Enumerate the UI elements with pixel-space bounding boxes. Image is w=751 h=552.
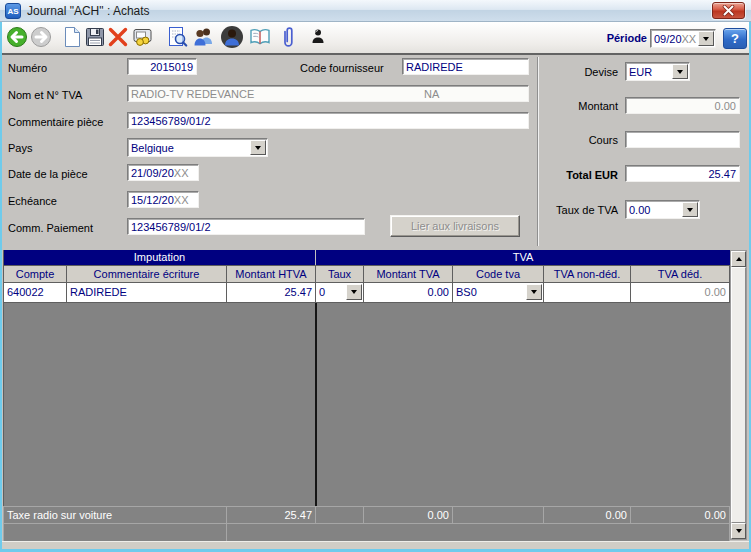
cell-montant-tva[interactable]: 0.00 (364, 283, 453, 303)
echeance-masked: XX (174, 194, 189, 206)
forward-icon (30, 26, 52, 51)
col-tva-ded: TVA déd. (631, 265, 730, 283)
strip-left (4, 524, 227, 541)
person-button[interactable] (306, 26, 330, 50)
periode-dropdown[interactable]: 09/20XX (650, 29, 716, 48)
col-montant-tva: Montant TVA (364, 265, 453, 283)
close-button[interactable] (712, 2, 745, 19)
chevron-down-icon (687, 208, 693, 212)
cell-tva-ded[interactable]: 0.00 (631, 283, 730, 303)
cell-compte[interactable]: 640022 (4, 283, 67, 303)
window-border-left (0, 22, 2, 552)
app-window: AS Journal "ACH" : Achats (0, 0, 751, 552)
contacts-icon (192, 26, 216, 51)
cell-taux-value: 0 (319, 286, 325, 298)
taux-tva-dropdown-button[interactable] (682, 202, 698, 217)
lier-livraisons-button[interactable]: Lier aux livraisons (390, 215, 520, 237)
grid-body (3, 303, 730, 506)
help-button[interactable]: ? (723, 28, 747, 49)
strip-right (227, 524, 730, 541)
chevron-down-icon (351, 290, 357, 294)
save-button[interactable] (83, 26, 107, 50)
grid-group-header: Imputation TVA (3, 250, 730, 265)
chevron-down-icon (677, 70, 683, 74)
commentaire-piece-label: Commentaire pièce (8, 116, 103, 128)
cell-tva-non-ded[interactable] (544, 283, 631, 303)
periode-dropdown-button[interactable] (698, 31, 714, 46)
bottom-strip-row (3, 524, 730, 541)
contact-icon (220, 25, 244, 52)
table-row: 640022 RADIREDE 25.47 0 0.00 BS0 0.00 (3, 283, 730, 303)
chevron-down-icon (531, 290, 537, 294)
col-tva-non-ded: TVA non-déd. (544, 265, 631, 283)
preview-button[interactable] (166, 26, 190, 50)
back-button[interactable] (5, 26, 29, 50)
person-icon (310, 28, 326, 49)
col-compte: Compte (4, 265, 67, 283)
chevron-down-icon (736, 529, 742, 533)
cell-taux[interactable]: 0 (316, 283, 364, 303)
cell-commentaire[interactable]: RADIREDE (67, 283, 227, 303)
titlebar: AS Journal "ACH" : Achats (0, 0, 751, 22)
totals-row: Taxe radio sur voiture 25.47 0.00 0.00 0… (3, 506, 730, 524)
nom-tva-field: RADIO-TV REDEVANCE NA (127, 85, 529, 102)
payment-button[interactable] (131, 26, 155, 50)
taux-tva-value: 0.00 (629, 204, 650, 216)
cell-code-tva[interactable]: BS0 (453, 283, 544, 303)
totals-tva-ded: 0.00 (631, 506, 730, 524)
pays-dropdown[interactable]: Belgique (127, 138, 268, 157)
scrollbar-thumb[interactable] (731, 267, 746, 523)
new-document-icon (62, 26, 82, 51)
scroll-up-button[interactable] (731, 251, 746, 267)
status-bar (2, 541, 749, 549)
date-piece-field[interactable]: 21/09/20XX (127, 164, 199, 181)
cell-montant-htva[interactable]: 25.47 (227, 283, 316, 303)
echeance-label: Echéance (8, 195, 57, 207)
taux-cell-dropdown-button[interactable] (346, 284, 362, 300)
col-montant-htva: Montant HTVA (227, 265, 316, 283)
grid-group-divider (315, 303, 317, 506)
montant-label: Montant (480, 100, 618, 112)
new-document-button[interactable] (60, 26, 84, 50)
cours-field[interactable] (625, 131, 740, 148)
grid-scrollbar[interactable] (730, 250, 747, 540)
totals-code-tva (453, 506, 544, 524)
devise-dropdown-button[interactable] (672, 64, 688, 79)
totals-tva-non-ded: 0.00 (544, 506, 631, 524)
group-imputation: Imputation (4, 250, 316, 265)
comm-paiement-field[interactable]: 123456789/01/2 (127, 218, 365, 235)
montant-field: 0.00 (625, 97, 740, 114)
taux-tva-label: Taux de TVA (480, 204, 618, 216)
devise-dropdown[interactable]: EUR (625, 62, 690, 81)
attachment-button[interactable] (276, 26, 300, 50)
comm-paiement-label: Comm. Paiement (8, 222, 93, 234)
date-piece-masked: XX (174, 167, 189, 179)
journal-book-button[interactable] (248, 26, 272, 50)
commentaire-piece-field[interactable]: 123456789/01/2 (127, 112, 529, 129)
contact-selected-button[interactable] (220, 26, 244, 50)
col-taux: Taux (316, 265, 364, 283)
save-icon (85, 27, 105, 50)
pays-dropdown-button[interactable] (250, 140, 266, 155)
delete-icon (107, 26, 129, 51)
delete-button[interactable] (106, 26, 130, 50)
cell-code-tva-value: BS0 (456, 286, 477, 298)
echeance-field[interactable]: 15/12/20XX (127, 191, 199, 208)
periode-masked: XX (682, 33, 697, 45)
group-tva: TVA (316, 250, 730, 265)
numero-label: Numéro (8, 62, 47, 74)
chevron-down-icon (255, 146, 261, 150)
pays-value: Belgique (131, 142, 174, 154)
grid-column-headers: Compte Commentaire écriture Montant HTVA… (3, 265, 730, 283)
taux-tva-dropdown[interactable]: 0.00 (625, 200, 700, 219)
window-title: Journal "ACH" : Achats (27, 4, 150, 18)
total-eur-field[interactable]: 25.47 (625, 165, 740, 182)
numero-field[interactable]: 2015019 (127, 58, 197, 75)
contacts-button[interactable] (192, 26, 216, 50)
code-tva-cell-dropdown-button[interactable] (526, 284, 542, 300)
chevron-up-icon (736, 257, 742, 261)
scroll-down-button[interactable] (731, 523, 746, 539)
forward-button[interactable] (29, 26, 53, 50)
chevron-down-icon (703, 37, 709, 41)
devise-label: Devise (480, 66, 618, 78)
